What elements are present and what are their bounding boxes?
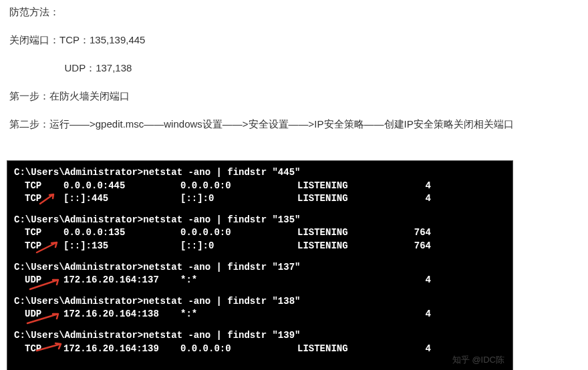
col-remote: [::]:0	[180, 240, 297, 253]
prompt-text: C:\Users\Administrator>	[14, 214, 143, 225]
paragraph-step2: 第二步：运行——>gpedit.msc——windows设置——>安全设置——>…	[9, 116, 579, 132]
col-proto: UDP	[14, 308, 63, 321]
paragraph-close-udp: UDP：137,138	[9, 60, 579, 76]
output-row: TCP [::]:445 [::]:0 LISTENING 4	[14, 192, 506, 206]
col-pid: 4	[404, 308, 431, 321]
col-state: LISTENING	[297, 343, 404, 356]
cmd-port: "138"	[272, 296, 300, 307]
col-remote: 0.0.0.0:0	[180, 343, 297, 356]
cmd-block-137: C:\Users\Administrator>netstat -ano | fi…	[14, 261, 506, 287]
col-local: 172.16.20.164:138	[63, 308, 180, 321]
col-state: LISTENING	[297, 192, 404, 206]
col-proto: TCP	[14, 180, 63, 193]
col-remote: 0.0.0.0:0	[180, 226, 297, 240]
col-local: [::]:135	[63, 240, 180, 253]
cmd-block-138: C:\Users\Administrator>netstat -ano | fi…	[14, 295, 506, 321]
col-pid: 4	[404, 274, 431, 287]
col-remote: *:*	[180, 274, 297, 287]
output-row: TCP [::]:135 [::]:0 LISTENING 764	[14, 240, 506, 253]
col-local: 0.0.0.0:135	[63, 226, 180, 240]
col-proto: UDP	[14, 274, 63, 287]
col-local: [::]:445	[63, 192, 180, 206]
col-proto: TCP	[14, 240, 63, 253]
col-state: LISTENING	[297, 180, 404, 193]
cmd-text: netstat -ano | findstr	[143, 167, 272, 178]
cmd-line: C:\Users\Administrator>netstat -ano | fi…	[14, 261, 506, 274]
col-pid: 4	[404, 192, 431, 206]
terminal-screenshot: C:\Users\Administrator>netstat -ano | fi…	[7, 160, 513, 370]
cmd-port: "139"	[272, 330, 300, 341]
cmd-line: C:\Users\Administrator>netstat -ano | fi…	[14, 329, 506, 343]
col-pid: 4	[404, 343, 431, 356]
cmd-port: "135"	[272, 214, 300, 225]
cmd-port: "445"	[272, 167, 300, 178]
output-row: UDP 172.16.20.164:138 *:* 4	[14, 308, 506, 321]
col-local: 172.16.20.164:139	[63, 343, 180, 356]
watermark-text: 知乎 @IDC陈	[452, 354, 504, 366]
cmd-text: netstat -ano | findstr	[143, 262, 272, 272]
output-row: TCP 172.16.20.164:139 0.0.0.0:0 LISTENIN…	[14, 343, 506, 356]
col-remote: [::]:0	[180, 192, 297, 206]
udp-ports-text: UDP：137,138	[65, 62, 132, 73]
col-state: LISTENING	[297, 240, 404, 253]
col-state	[297, 274, 404, 287]
col-proto: TCP	[14, 226, 63, 240]
col-pid: 764	[404, 226, 431, 240]
output-row: UDP 172.16.20.164:137 *:* 4	[14, 274, 506, 287]
prompt-text: C:\Users\Administrator>	[14, 296, 143, 307]
col-proto: TCP	[14, 343, 63, 356]
col-pid: 4	[404, 180, 431, 193]
col-local: 172.16.20.164:137	[63, 274, 180, 287]
cmd-text: netstat -ano | findstr	[143, 330, 272, 341]
col-state	[297, 308, 404, 321]
paragraph-close-tcp: 关闭端口：TCP：135,139,445	[9, 32, 579, 48]
prompt-text: C:\Users\Administrator>	[14, 167, 143, 178]
prompt-text: C:\Users\Administrator>	[14, 262, 143, 272]
col-remote: 0.0.0.0:0	[180, 180, 297, 193]
output-row: TCP 0.0.0.0:135 0.0.0.0:0 LISTENING 764	[14, 226, 506, 240]
cmd-block-445: C:\Users\Administrator>netstat -ano | fi…	[14, 166, 506, 206]
col-remote: *:*	[180, 308, 297, 321]
cmd-block-135: C:\Users\Administrator>netstat -ano | fi…	[14, 214, 506, 253]
col-proto: TCP	[14, 192, 63, 206]
prompt-text: C:\Users\Administrator>	[14, 330, 143, 341]
col-state: LISTENING	[297, 226, 404, 240]
output-row: TCP 0.0.0.0:445 0.0.0.0:0 LISTENING 4	[14, 180, 506, 193]
cmd-line: C:\Users\Administrator>netstat -ano | fi…	[14, 166, 506, 180]
cmd-port: "137"	[272, 262, 300, 272]
cmd-line: C:\Users\Administrator>netstat -ano | fi…	[14, 295, 506, 309]
cmd-line: C:\Users\Administrator>netstat -ano | fi…	[14, 214, 506, 227]
cmd-text: netstat -ano | findstr	[143, 296, 272, 307]
col-pid: 764	[404, 240, 431, 253]
article-body: 防范方法： 关闭端口：TCP：135,139,445 UDP：137,138 第…	[0, 0, 588, 154]
col-local: 0.0.0.0:445	[63, 180, 180, 193]
cmd-block-139: C:\Users\Administrator>netstat -ano | fi…	[14, 329, 506, 355]
paragraph-step1: 第一步：在防火墙关闭端口	[9, 88, 579, 104]
cmd-text: netstat -ano | findstr	[143, 214, 272, 225]
paragraph-prevention-title: 防范方法：	[9, 4, 579, 20]
